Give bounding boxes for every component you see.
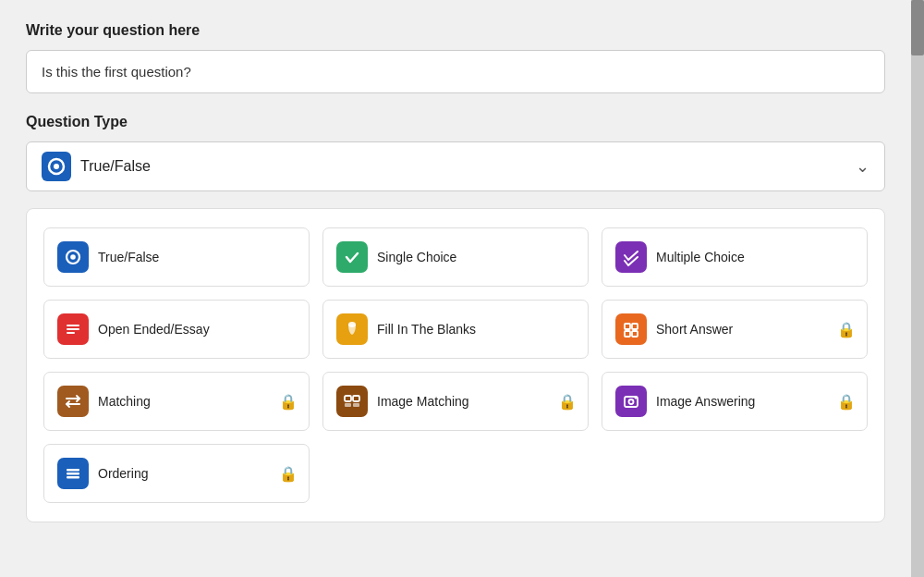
svg-point-1 — [54, 164, 59, 169]
svg-rect-15 — [353, 396, 359, 401]
type-item-short-answer[interactable]: Short Answer 🔒 — [602, 300, 868, 359]
type-item-image-matching[interactable]: Image Matching 🔒 — [322, 372, 589, 431]
fill-blanks-label: Fill In The Blanks — [377, 322, 476, 337]
type-item-single-choice[interactable]: Single Choice — [322, 227, 589, 287]
dropdown-selected-icon — [42, 152, 71, 181]
dropdown-left: True/False — [42, 152, 151, 181]
open-ended-icon — [57, 313, 89, 345]
scrollbar-thumb[interactable] — [911, 0, 924, 55]
svg-rect-6 — [67, 332, 75, 334]
write-question-label: Write your question here — [26, 22, 885, 39]
question-input[interactable] — [26, 50, 885, 93]
type-item-ordering[interactable]: Ordering 🔒 — [43, 444, 310, 503]
scrollbar[interactable] — [911, 0, 924, 577]
multiple-choice-icon — [615, 241, 647, 273]
chevron-down-icon: ⌄ — [856, 156, 869, 177]
svg-rect-23 — [67, 476, 79, 479]
type-item-matching[interactable]: Matching 🔒 — [43, 372, 310, 431]
single-choice-icon — [336, 241, 368, 273]
matching-lock-icon: 🔒 — [279, 393, 298, 411]
image-matching-icon — [336, 386, 368, 417]
image-answering-icon — [615, 386, 647, 417]
svg-rect-16 — [345, 403, 351, 407]
short-answer-lock-icon: 🔒 — [837, 321, 856, 338]
svg-rect-4 — [67, 325, 79, 326]
image-matching-lock-icon: 🔒 — [558, 393, 577, 411]
matching-label: Matching — [98, 394, 151, 409]
type-item-true-false[interactable]: True/False — [43, 227, 310, 287]
type-grid: True/False Single Choice — [43, 227, 868, 503]
image-answering-lock-icon: 🔒 — [837, 393, 856, 411]
main-content: Write your question here Question Type T… — [0, 0, 911, 577]
multiple-choice-label: Multiple Choice — [656, 250, 745, 264]
true-false-icon — [57, 241, 89, 273]
ordering-icon — [57, 458, 89, 489]
svg-point-19 — [629, 399, 634, 404]
fill-blanks-icon — [336, 313, 368, 345]
image-answering-label: Image Answering — [656, 394, 755, 409]
matching-icon — [57, 386, 89, 417]
type-item-image-answering[interactable]: Image Answering 🔒 — [602, 372, 868, 431]
short-answer-label: Short Answer — [656, 322, 733, 337]
svg-rect-10 — [625, 331, 630, 337]
ordering-label: Ordering — [98, 466, 148, 481]
svg-rect-11 — [632, 331, 638, 337]
type-item-multiple-choice[interactable]: Multiple Choice — [602, 227, 868, 287]
type-item-open-ended[interactable]: Open Ended/Essay — [43, 300, 310, 359]
svg-rect-9 — [632, 324, 638, 329]
question-type-label: Question Type — [26, 114, 885, 130]
svg-point-20 — [635, 397, 638, 399]
dropdown-selected-label: True/False — [80, 158, 151, 175]
ordering-lock-icon: 🔒 — [279, 465, 298, 483]
svg-rect-5 — [67, 328, 79, 330]
type-item-fill-blanks[interactable]: Fill In The Blanks — [322, 300, 589, 359]
image-matching-label: Image Matching — [377, 394, 469, 409]
single-choice-label: Single Choice — [377, 250, 456, 264]
question-type-dropdown[interactable]: True/False ⌄ — [26, 141, 885, 191]
type-grid-container: True/False Single Choice — [26, 208, 885, 522]
svg-point-3 — [70, 254, 76, 260]
svg-rect-14 — [345, 396, 351, 401]
svg-rect-8 — [625, 324, 630, 329]
true-false-label: True/False — [98, 250, 159, 264]
svg-rect-22 — [67, 473, 79, 475]
short-answer-icon — [615, 313, 647, 345]
open-ended-label: Open Ended/Essay — [98, 322, 210, 337]
svg-rect-17 — [353, 403, 359, 407]
svg-rect-21 — [67, 469, 79, 472]
